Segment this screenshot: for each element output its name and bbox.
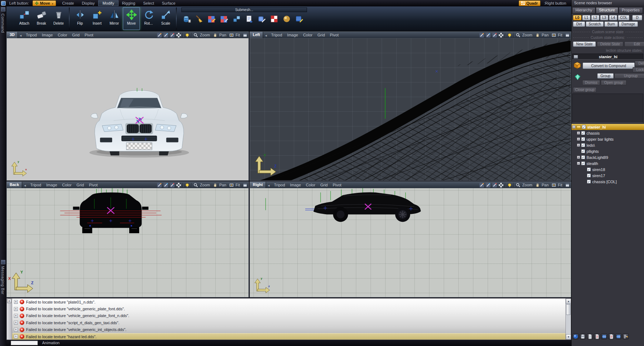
texture-checker-icon[interactable] [176,183,181,187]
message-row[interactable]: Failed to locate texture "vehicle_generi… [12,305,565,312]
tree-item-chassis-col[interactable]: chassis [COL] [572,179,644,185]
edit-tool-icon[interactable] [486,33,490,37]
viewport-menu-tripod[interactable]: Tripod [269,33,285,37]
expand-icon[interactable] [14,328,18,332]
maximize-viewport-icon[interactable] [243,33,247,37]
viewport-collapse-icon[interactable] [22,183,27,187]
submesh-brush-tool[interactable] [195,14,204,24]
message-row[interactable]: Failed to locate texture "plate01_n.dds"… [12,299,565,305]
pan-button[interactable]: Pan [542,33,549,37]
visibility-checkbox[interactable] [581,149,585,153]
viewport-name-button[interactable]: 3D [7,32,18,38]
viewport-collapse-icon[interactable] [266,183,271,187]
save-scene-icon[interactable] [580,334,586,339]
submesh-uv-edit-tool[interactable] [220,14,229,24]
fit-icon[interactable] [552,183,556,187]
pan-icon[interactable] [213,183,217,187]
timeline-panel[interactable] [11,341,38,345]
edit-tool-icon[interactable] [479,183,484,187]
viewport-menu-image[interactable]: Image [287,183,303,187]
edit-tool-icon[interactable] [486,183,490,187]
viewport-name-button[interactable]: Left [250,32,263,38]
expand-icon[interactable] [14,335,18,339]
menu-create[interactable]: Create [58,1,78,6]
viewport-left[interactable]: Left Tripod Image Color Grid Pivot Zoom … [250,31,571,181]
lod-l4-button[interactable]: L4 [609,15,617,20]
command-panel-toggle-icon[interactable] [1,7,5,11]
message-row[interactable]: Failed to locate texture "script_rt_dial… [12,319,565,326]
menu-surface[interactable]: Surface [158,1,180,6]
notes-page-icon[interactable] [587,334,593,339]
viewport-menu-image[interactable]: Image [39,33,55,37]
menu-rigging[interactable]: Rigging [118,1,139,6]
viewport-menu-grid[interactable]: Grid [315,33,327,37]
submesh-detach-tool[interactable] [232,14,241,24]
table-view-icon[interactable] [615,334,622,339]
edit-tool-icon[interactable] [492,33,497,37]
scratch-button[interactable]: Scratch [586,21,604,27]
maximize-viewport-icon[interactable] [565,33,570,37]
scroll-down-icon[interactable] [566,334,571,340]
sort-list-icon[interactable] [623,334,629,339]
break-button[interactable]: Break [33,7,50,30]
fit-button[interactable]: Fit [558,33,562,37]
expand-expander-icon[interactable] [577,156,580,159]
fit-icon[interactable] [229,183,234,187]
viewport-menu-color[interactable]: Color [60,183,74,187]
viewport-right[interactable]: Right Tripod Image Color Grid Pivot Zoom… [250,181,571,297]
tree-item-siren17[interactable]: siren17 [572,172,644,179]
tree-item-stanier-hi[interactable]: stanier_hi [572,124,644,130]
viewport-name-button[interactable]: Back [7,182,22,188]
app-icon[interactable] [1,1,6,6]
scroll-up-icon[interactable] [566,299,571,304]
flip-button[interactable]: Flip [71,7,89,30]
menu-display[interactable]: Display [78,1,99,6]
expand-icon[interactable] [14,307,18,311]
edit-tool-icon[interactable] [163,183,168,187]
visibility-checkbox[interactable] [581,155,585,159]
fit-icon[interactable] [229,33,234,37]
expand-icon[interactable] [14,314,18,318]
expand-expander-icon[interactable] [577,137,580,141]
tree-item-pllights[interactable]: pllights [572,148,644,154]
lod-l1-button[interactable]: L1 [582,15,590,20]
visibility-checkbox[interactable] [587,180,591,184]
expand-expander-icon[interactable] [577,131,580,135]
visibility-checkbox[interactable] [587,174,591,177]
viewport-back[interactable]: Back Tripod Image Color Grid Pivot Zoom … [6,181,249,297]
submesh-uv-tool[interactable] [207,14,216,24]
dirt-button[interactable]: Dirt [573,21,585,27]
submesh-material-tool[interactable] [270,14,279,24]
edit-tool-icon[interactable] [157,33,162,37]
message-row[interactable]: Failed to locate texture "vehicle_generi… [12,326,565,333]
expand-icon[interactable] [14,300,18,304]
zoom-button[interactable]: Zoom [200,183,210,187]
scroll-thumb[interactable] [566,304,570,315]
zoom-button[interactable]: Zoom [522,33,532,37]
state-name-field[interactable]: stanier_hi [572,54,643,60]
viewport-collapse-icon[interactable] [263,33,268,37]
tree-item-upper-bar-lights[interactable]: upper bar lights [572,136,644,142]
menu-select[interactable]: Select [139,1,158,6]
message-row[interactable]: Failed to locate texture "vehicle_generi… [12,312,565,319]
viewport-menu-grid[interactable]: Grid [318,183,330,187]
zoom-icon[interactable] [516,183,520,187]
maximize-viewport-icon[interactable] [565,183,570,187]
scale-button[interactable]: Scale [157,7,174,30]
fit-button[interactable]: Fit [236,183,240,187]
error-log-icon[interactable] [594,334,600,339]
viewport-canvas-3d[interactable]: y x [7,38,248,180]
lod-l2-button[interactable]: L2 [591,15,599,20]
expand-expander-icon[interactable] [577,144,580,147]
edit-tool-icon[interactable] [492,183,497,187]
fit-button[interactable]: Fit [558,183,562,187]
scrollbar[interactable] [565,299,571,340]
zoom-icon[interactable] [193,33,198,37]
lighting-icon[interactable] [507,183,512,187]
viewport-name-button[interactable]: Right [250,182,266,188]
visibility-checkbox[interactable] [581,131,585,135]
tree-item-backlight89[interactable]: BackLight89 [572,154,644,160]
submesh-export-tool[interactable] [245,14,254,24]
close-icon[interactable] [7,299,11,303]
zoom-button[interactable]: Zoom [200,33,210,37]
